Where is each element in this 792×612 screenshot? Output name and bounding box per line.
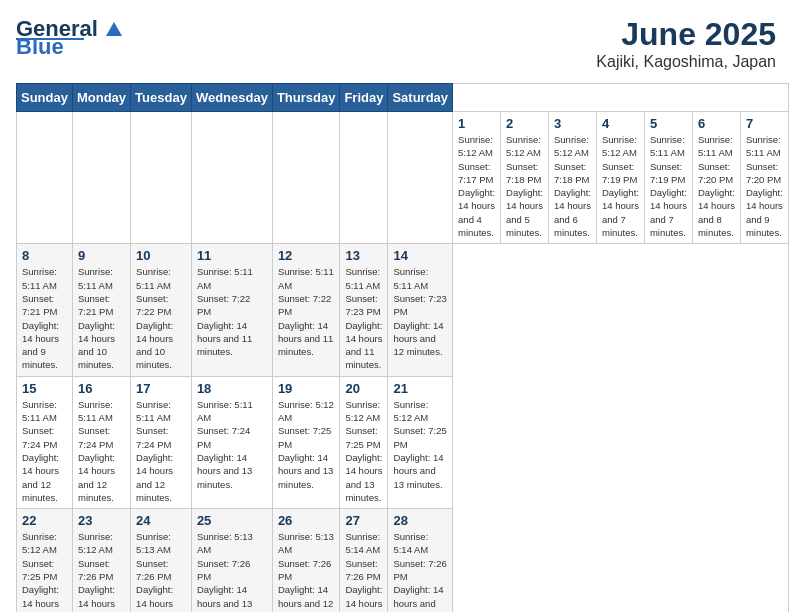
table-row: 12 Sunrise: 5:11 AM Sunset: 7:22 PM Dayl… [272, 244, 340, 376]
table-row: 15 Sunrise: 5:11 AM Sunset: 7:24 PM Dayl… [17, 376, 73, 508]
day-info: Sunrise: 5:13 AM Sunset: 7:26 PM Dayligh… [278, 530, 335, 612]
day-info: Sunrise: 5:12 AM Sunset: 7:25 PM Dayligh… [22, 530, 67, 612]
day-info: Sunrise: 5:12 AM Sunset: 7:25 PM Dayligh… [278, 398, 335, 491]
page-header: General Blue June 2025 Kajiki, Kagoshima… [16, 16, 776, 71]
day-number: 5 [650, 116, 687, 131]
logo-blue: Blue [16, 34, 64, 60]
day-info: Sunrise: 5:12 AM Sunset: 7:18 PM Dayligh… [554, 133, 591, 239]
table-row [131, 112, 192, 244]
day-number: 2 [506, 116, 543, 131]
day-number: 13 [345, 248, 382, 263]
calendar-week-3: 15 Sunrise: 5:11 AM Sunset: 7:24 PM Dayl… [17, 376, 789, 508]
table-row: 14 Sunrise: 5:11 AM Sunset: 7:23 PM Dayl… [388, 244, 453, 376]
day-number: 7 [746, 116, 783, 131]
day-number: 10 [136, 248, 186, 263]
day-number: 9 [78, 248, 125, 263]
day-number: 19 [278, 381, 335, 396]
svg-marker-0 [106, 22, 122, 36]
table-row: 9 Sunrise: 5:11 AM Sunset: 7:21 PM Dayli… [72, 244, 130, 376]
day-number: 16 [78, 381, 125, 396]
table-row: 13 Sunrise: 5:11 AM Sunset: 7:23 PM Dayl… [340, 244, 388, 376]
day-info: Sunrise: 5:14 AM Sunset: 7:26 PM Dayligh… [345, 530, 382, 612]
day-number: 21 [393, 381, 447, 396]
day-info: Sunrise: 5:11 AM Sunset: 7:22 PM Dayligh… [278, 265, 335, 358]
day-number: 24 [136, 513, 186, 528]
day-info: Sunrise: 5:11 AM Sunset: 7:20 PM Dayligh… [746, 133, 783, 239]
day-number: 28 [393, 513, 447, 528]
table-row: 24 Sunrise: 5:13 AM Sunset: 7:26 PM Dayl… [131, 509, 192, 612]
table-row: 19 Sunrise: 5:12 AM Sunset: 7:25 PM Dayl… [272, 376, 340, 508]
table-row: 26 Sunrise: 5:13 AM Sunset: 7:26 PM Dayl… [272, 509, 340, 612]
day-info: Sunrise: 5:11 AM Sunset: 7:21 PM Dayligh… [22, 265, 67, 371]
calendar-week-2: 8 Sunrise: 5:11 AM Sunset: 7:21 PM Dayli… [17, 244, 789, 376]
day-info: Sunrise: 5:13 AM Sunset: 7:26 PM Dayligh… [197, 530, 267, 612]
calendar-subtitle: Kajiki, Kagoshima, Japan [596, 53, 776, 71]
table-row: 27 Sunrise: 5:14 AM Sunset: 7:26 PM Dayl… [340, 509, 388, 612]
calendar-table: Sunday Monday Tuesday Wednesday Thursday… [16, 83, 789, 612]
day-info: Sunrise: 5:11 AM Sunset: 7:24 PM Dayligh… [136, 398, 186, 504]
day-info: Sunrise: 5:11 AM Sunset: 7:21 PM Dayligh… [78, 265, 125, 371]
day-number: 6 [698, 116, 735, 131]
table-row: 11 Sunrise: 5:11 AM Sunset: 7:22 PM Dayl… [191, 244, 272, 376]
day-number: 4 [602, 116, 639, 131]
logo-icon [100, 18, 122, 40]
table-row: 8 Sunrise: 5:11 AM Sunset: 7:21 PM Dayli… [17, 244, 73, 376]
table-row [17, 112, 73, 244]
day-info: Sunrise: 5:11 AM Sunset: 7:23 PM Dayligh… [345, 265, 382, 371]
col-saturday: Saturday [388, 84, 453, 112]
day-number: 23 [78, 513, 125, 528]
day-number: 18 [197, 381, 267, 396]
table-row: 4 Sunrise: 5:12 AM Sunset: 7:19 PM Dayli… [596, 112, 644, 244]
day-info: Sunrise: 5:11 AM Sunset: 7:24 PM Dayligh… [78, 398, 125, 504]
table-row: 3 Sunrise: 5:12 AM Sunset: 7:18 PM Dayli… [549, 112, 597, 244]
day-info: Sunrise: 5:12 AM Sunset: 7:26 PM Dayligh… [78, 530, 125, 612]
table-row [191, 112, 272, 244]
table-row: 7 Sunrise: 5:11 AM Sunset: 7:20 PM Dayli… [740, 112, 788, 244]
col-monday: Monday [72, 84, 130, 112]
day-number: 8 [22, 248, 67, 263]
day-number: 12 [278, 248, 335, 263]
table-row [272, 112, 340, 244]
day-number: 11 [197, 248, 267, 263]
day-info: Sunrise: 5:11 AM Sunset: 7:24 PM Dayligh… [22, 398, 67, 504]
table-row: 21 Sunrise: 5:12 AM Sunset: 7:25 PM Dayl… [388, 376, 453, 508]
calendar-title: June 2025 [596, 16, 776, 53]
table-row: 18 Sunrise: 5:11 AM Sunset: 7:24 PM Dayl… [191, 376, 272, 508]
day-info: Sunrise: 5:11 AM Sunset: 7:23 PM Dayligh… [393, 265, 447, 358]
day-info: Sunrise: 5:12 AM Sunset: 7:18 PM Dayligh… [506, 133, 543, 239]
calendar-header-row: Sunday Monday Tuesday Wednesday Thursday… [17, 84, 789, 112]
day-number: 27 [345, 513, 382, 528]
calendar-week-1: 1 Sunrise: 5:12 AM Sunset: 7:17 PM Dayli… [17, 112, 789, 244]
table-row: 23 Sunrise: 5:12 AM Sunset: 7:26 PM Dayl… [72, 509, 130, 612]
col-wednesday: Wednesday [191, 84, 272, 112]
table-row: 5 Sunrise: 5:11 AM Sunset: 7:19 PM Dayli… [644, 112, 692, 244]
table-row: 20 Sunrise: 5:12 AM Sunset: 7:25 PM Dayl… [340, 376, 388, 508]
day-info: Sunrise: 5:12 AM Sunset: 7:19 PM Dayligh… [602, 133, 639, 239]
day-number: 20 [345, 381, 382, 396]
day-number: 17 [136, 381, 186, 396]
day-number: 22 [22, 513, 67, 528]
col-sunday: Sunday [17, 84, 73, 112]
day-number: 25 [197, 513, 267, 528]
table-row: 22 Sunrise: 5:12 AM Sunset: 7:25 PM Dayl… [17, 509, 73, 612]
logo: General Blue [16, 16, 122, 60]
table-row: 10 Sunrise: 5:11 AM Sunset: 7:22 PM Dayl… [131, 244, 192, 376]
day-info: Sunrise: 5:11 AM Sunset: 7:22 PM Dayligh… [197, 265, 267, 358]
table-row [72, 112, 130, 244]
day-number: 1 [458, 116, 495, 131]
col-tuesday: Tuesday [131, 84, 192, 112]
table-row: 28 Sunrise: 5:14 AM Sunset: 7:26 PM Dayl… [388, 509, 453, 612]
day-info: Sunrise: 5:12 AM Sunset: 7:25 PM Dayligh… [393, 398, 447, 491]
col-thursday: Thursday [272, 84, 340, 112]
day-info: Sunrise: 5:11 AM Sunset: 7:19 PM Dayligh… [650, 133, 687, 239]
table-row: 16 Sunrise: 5:11 AM Sunset: 7:24 PM Dayl… [72, 376, 130, 508]
table-row: 1 Sunrise: 5:12 AM Sunset: 7:17 PM Dayli… [453, 112, 501, 244]
day-info: Sunrise: 5:11 AM Sunset: 7:22 PM Dayligh… [136, 265, 186, 371]
day-info: Sunrise: 5:14 AM Sunset: 7:26 PM Dayligh… [393, 530, 447, 612]
day-info: Sunrise: 5:13 AM Sunset: 7:26 PM Dayligh… [136, 530, 186, 612]
col-friday: Friday [340, 84, 388, 112]
day-number: 14 [393, 248, 447, 263]
table-row: 25 Sunrise: 5:13 AM Sunset: 7:26 PM Dayl… [191, 509, 272, 612]
title-block: June 2025 Kajiki, Kagoshima, Japan [596, 16, 776, 71]
day-number: 26 [278, 513, 335, 528]
